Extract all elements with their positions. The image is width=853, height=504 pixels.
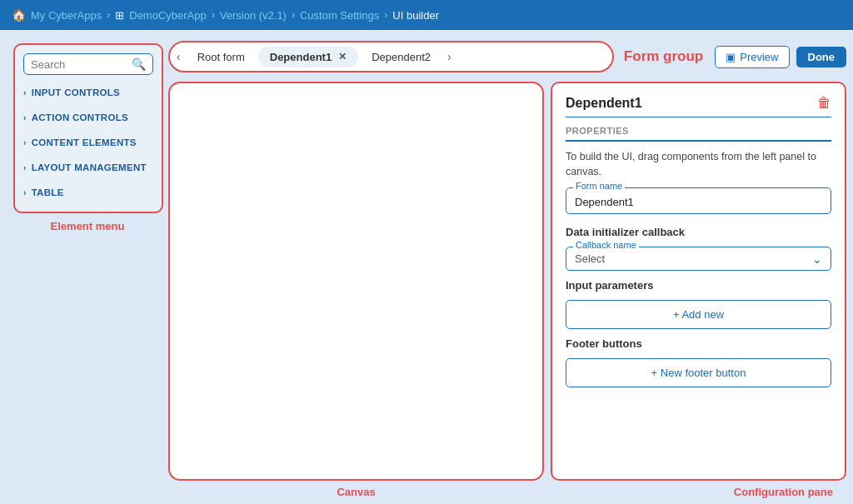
breadcrumb-sep-4: ›	[384, 9, 387, 21]
sidebar-item-label: TABLE	[32, 187, 64, 197]
preview-button[interactable]: ▣ Preview	[715, 46, 789, 68]
delete-button[interactable]: 🗑	[817, 95, 831, 112]
config-pane-annotation: Configuration pane	[551, 486, 846, 498]
panels-row: Canvas Dependent1 🗑 PROPERTIES To build …	[168, 82, 846, 481]
topbar: 🏠 My CyberApps › ⊞ DemoCyberApp › Versio…	[0, 0, 853, 30]
config-title: Dependent1	[566, 96, 642, 111]
sidebar-item-label: INPUT CONTROLS	[32, 87, 120, 97]
tab-next-button[interactable]: ›	[444, 48, 455, 65]
form-name-value: Dependent1	[575, 193, 822, 208]
tab-bar: ‹ Root form Dependent1 ✕ Dependent2 ›	[168, 41, 614, 72]
canvas[interactable]	[168, 82, 544, 481]
ui-builder-label: UI builder	[392, 9, 439, 22]
canvas-wrapper: Canvas	[168, 82, 544, 481]
sidebar-item-input-controls[interactable]: › INPUT CONTROLS	[15, 80, 162, 105]
config-description: To build the UI, drag components from th…	[566, 150, 831, 179]
tab-row: ‹ Root form Dependent1 ✕ Dependent2 › Fo…	[168, 37, 846, 77]
preview-icon: ▣	[726, 51, 736, 63]
breadcrumb-sep-3: ›	[292, 9, 295, 21]
callback-select[interactable]: Callback name Select ⌄	[566, 247, 831, 271]
done-button[interactable]: Done	[796, 47, 847, 67]
sidebar-item-content-elements[interactable]: › CONTENT ELEMENTS	[15, 130, 162, 155]
custom-settings-link[interactable]: Custom Settings	[300, 9, 379, 22]
my-cyberapps-link[interactable]: My CyberApps	[31, 9, 102, 22]
sidebar-item-label: ACTION CONTROLS	[32, 112, 128, 122]
home-icon: 🏠	[12, 8, 26, 22]
callback-select-value: Select	[575, 252, 822, 265]
chevron-icon: ›	[23, 88, 27, 97]
data-initializer-label: Data initializer callback	[566, 226, 831, 238]
tab-dependent2[interactable]: Dependent2	[360, 47, 442, 67]
tab-close-icon[interactable]: ✕	[338, 51, 347, 62]
version-link[interactable]: Version (v2.1)	[220, 9, 287, 22]
footer-buttons-label: Footer buttons	[566, 337, 831, 350]
main-layout: 🔍 › INPUT CONTROLS › ACTION CONTROLS › C…	[0, 30, 853, 504]
search-bar[interactable]: 🔍	[23, 53, 153, 75]
demo-app-icon: ⊞	[115, 9, 124, 22]
config-wrapper: Dependent1 🗑 PROPERTIES To build the UI,…	[551, 82, 846, 481]
tab-label: Dependent1	[270, 51, 332, 63]
tab-prev-button[interactable]: ‹	[173, 48, 184, 65]
canvas-annotation: Canvas	[168, 486, 544, 498]
search-icon[interactable]: 🔍	[132, 57, 146, 71]
form-name-field[interactable]: Form name Dependent1	[566, 187, 831, 214]
form-name-label: Form name	[573, 181, 625, 191]
sidebar-item-action-controls[interactable]: › ACTION CONTROLS	[15, 105, 162, 130]
form-group-label: Form group	[624, 48, 703, 65]
chevron-icon: ›	[23, 163, 27, 172]
add-new-button[interactable]: + Add new	[566, 300, 831, 329]
tab-root-form[interactable]: Root form	[186, 47, 257, 67]
sidebar: 🔍 › INPUT CONTROLS › ACTION CONTROLS › C…	[13, 43, 163, 213]
breadcrumb-sep-1: ›	[107, 9, 110, 21]
config-header: Dependent1 🗑	[566, 95, 831, 117]
properties-label: PROPERTIES	[566, 126, 831, 142]
sidebar-item-table[interactable]: › TABLE	[15, 180, 162, 205]
chevron-icon: ›	[23, 113, 27, 122]
config-pane: Dependent1 🗑 PROPERTIES To build the UI,…	[551, 82, 846, 481]
toolbar-buttons: ▣ Preview Done	[715, 46, 846, 68]
new-footer-button[interactable]: + New footer button	[566, 358, 831, 387]
element-menu-annotation: Element menu	[7, 220, 168, 232]
chevron-icon: ›	[23, 188, 27, 197]
sidebar-item-layout-management[interactable]: › LAYOUT MANAGEMENT	[15, 155, 162, 180]
sidebar-item-label: CONTENT ELEMENTS	[32, 137, 137, 147]
input-params-label: Input parameters	[566, 279, 831, 292]
tab-label: Root form	[197, 51, 245, 63]
tab-label: Dependent2	[372, 51, 431, 63]
preview-label: Preview	[740, 51, 778, 63]
breadcrumb-sep-2: ›	[212, 9, 215, 21]
demo-cyberapps-link[interactable]: DemoCyberApp	[129, 9, 207, 22]
search-input[interactable]	[31, 58, 132, 71]
sidebar-menu: › INPUT CONTROLS › ACTION CONTROLS › CON…	[15, 80, 162, 212]
tab-dependent1[interactable]: Dependent1 ✕	[258, 47, 358, 67]
chevron-icon: ›	[23, 138, 27, 147]
sidebar-item-label: LAYOUT MANAGEMENT	[32, 162, 147, 172]
callback-name-label: Callback name	[573, 240, 639, 250]
